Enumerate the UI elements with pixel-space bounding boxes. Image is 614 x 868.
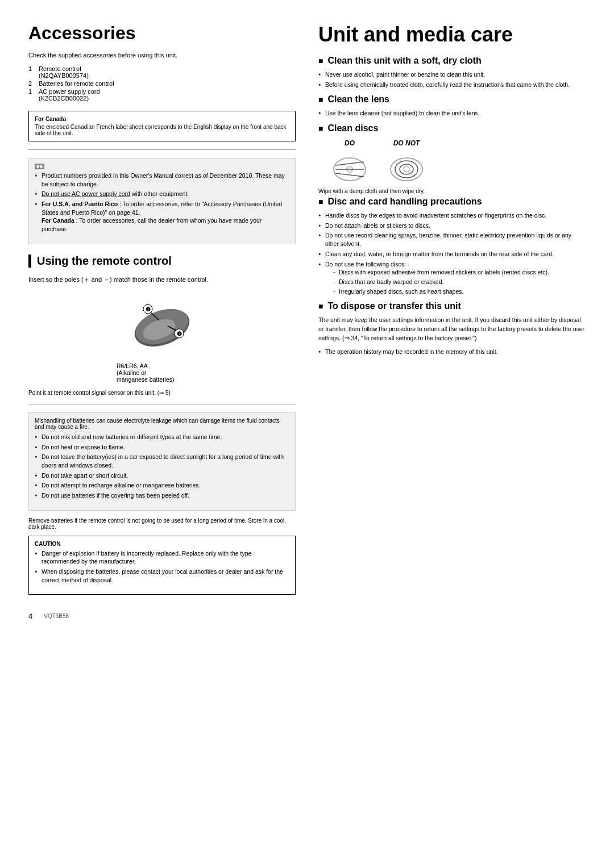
bullet-item: Use the lens cleaner (not supplied) to c… <box>318 109 586 118</box>
soft-cloth-heading: Clean this unit with a soft, dry cloth <box>318 56 586 66</box>
disc-sub-list: Discs with exposed adhesive from removed… <box>333 268 586 295</box>
item-num: 1 <box>28 88 35 102</box>
bullet-item: Never use alcohol, paint thinner or benz… <box>318 70 586 79</box>
remote-control-title: Using the remote control <box>37 254 296 268</box>
remove-batteries-text: Remove batteries if the remote control i… <box>28 518 296 530</box>
bullet-item: Do not use the following discs: Discs wi… <box>318 260 586 296</box>
note-bullets: Product numbers provided in this Owner's… <box>35 172 289 233</box>
model-number: VQT3B58 <box>44 613 69 619</box>
dispose-heading: To dispose or transfer this unit <box>318 301 586 311</box>
note-box-accessories: ■■ Product numbers provided in this Owne… <box>28 158 296 244</box>
indent-item: Discs with exposed adhesive from removed… <box>333 268 586 277</box>
accessories-list: 1 Remote control(N2QAYB000574) 2 Batteri… <box>28 65 296 102</box>
list-item: 2 Batteries for remote control <box>28 80 296 87</box>
caution-title: CAUTION <box>35 541 289 547</box>
svg-point-15 <box>404 166 409 172</box>
caution-box: CAUTION Danger of explosion if battery i… <box>28 536 296 595</box>
do-not-label: DO NOT <box>393 139 420 147</box>
battery-warning-list: Do not mix old and new batteries or diff… <box>35 433 289 500</box>
bullet-item: Do not use batteries if the covering has… <box>35 491 289 500</box>
list-item: 1 Remote control(N2QAYB000574) <box>28 65 296 79</box>
battery-warning-box: Mishandling of batteries can cause elect… <box>28 412 296 511</box>
battery-label: R6/LR6, AA (Alkaline or manganese batter… <box>117 362 208 383</box>
item-name: Remote control(N2QAYB000574) <box>39 65 89 79</box>
indent-item: Irregularly shaped discs, such as heart … <box>333 287 586 296</box>
bullet-item: Do not heat or expose to flame. <box>35 443 289 452</box>
bullet-item: Do not mix old and new batteries or diff… <box>35 433 289 441</box>
bullet-item: Do not leave the battery(ies) in a car e… <box>35 453 289 469</box>
battery-warning-intro: Mishandling of batteries can cause elect… <box>35 418 289 430</box>
caution-item: When disposing the batteries, please con… <box>35 567 289 584</box>
unit-media-care-title: Unit and media care <box>318 23 586 47</box>
remote-intro: Insert so the poles (＋ and －) match thos… <box>28 276 296 284</box>
canada-notice-text: The enclosed Canadian French label sheet… <box>35 124 289 136</box>
item-num: 2 <box>28 80 35 87</box>
clean-lens-heading: Clean the lens <box>318 94 586 105</box>
using-remote-section: Using the remote control <box>28 254 296 268</box>
point-text: Point it at remote control signal sensor… <box>28 390 296 396</box>
item-name: Batteries for remote control <box>39 80 114 87</box>
svg-point-16 <box>400 164 413 174</box>
remote-control-illustration: ❶ ❷ <box>117 291 208 359</box>
bullet-item: For U.S.A. and Puerto Rico : To order ac… <box>35 200 289 233</box>
canada-notice-box: For Canada The enclosed Canadian French … <box>28 111 296 141</box>
bullet-item: Before using chemically treated cloth, c… <box>318 81 586 89</box>
do-not-disc-illustration <box>387 149 426 183</box>
note-icon: ■■ <box>35 164 44 169</box>
svg-line-13 <box>335 173 364 177</box>
divider <box>28 149 296 150</box>
disc-handling-heading: Disc and card handling precautions <box>318 197 586 207</box>
svg-text:❶: ❶ <box>177 331 182 337</box>
disc-handling-bullets: Handle discs by the edges to avoid inadv… <box>318 211 586 295</box>
do-label: DO <box>345 139 355 147</box>
bullet-item: Handle discs by the edges to avoid inadv… <box>318 211 586 220</box>
wipe-text: Wipe with a damp cloth and then wipe dry… <box>318 188 586 194</box>
do-not-disc: DO NOT <box>387 139 426 183</box>
svg-text:❷: ❷ <box>146 306 151 312</box>
bullet-item: Do not use record cleaning sprays, benzi… <box>318 231 586 248</box>
soft-cloth-bullets: Never use alcohol, paint thinner or benz… <box>318 70 586 89</box>
page-footer: 4 VQT3B58 <box>28 612 586 620</box>
bullet-item: Do not attempt to recharge alkaline or m… <box>35 481 289 490</box>
bullet-item: Do not take apart or short circuit. <box>35 471 289 480</box>
item-name: AC power supply cord(K2CB2CB00022) <box>39 88 100 102</box>
bullet-item: The operation history may be recorded in… <box>318 348 586 356</box>
bullet-item: Do not attach labels or stickers to disc… <box>318 222 586 230</box>
divider-2 <box>28 404 296 404</box>
page-number: 4 <box>28 612 32 620</box>
accessories-intro: Check the supplied accessories before us… <box>28 52 296 59</box>
item-num: 1 <box>28 65 35 79</box>
list-item: 1 AC power supply cord(K2CB2CB00022) <box>28 88 296 102</box>
svg-point-17 <box>395 161 418 178</box>
right-column: Unit and media care Clean this unit with… <box>318 23 586 595</box>
remote-image-area: ❶ ❷ R6/LR6, AA (Alkaline or manganese ba… <box>28 291 296 383</box>
left-column: Accessories Check the supplied accessori… <box>28 23 296 595</box>
do-disc: DO <box>330 139 370 183</box>
bullet-item: Product numbers provided in this Owner's… <box>35 172 289 188</box>
clean-lens-bullets: Use the lens cleaner (not supplied) to c… <box>318 109 586 118</box>
page-layout: Accessories Check the supplied accessori… <box>28 23 586 595</box>
indent-item: Discs that are badly warped or cracked. <box>333 278 586 286</box>
bullet-item: Clean any dust, water, or foreign matter… <box>318 250 586 258</box>
accessories-title: Accessories <box>28 23 296 44</box>
canada-notice-title: For Canada <box>35 116 289 122</box>
clean-discs-heading: Clean discs <box>318 123 586 133</box>
caution-item: Danger of explosion if battery is incorr… <box>35 549 289 566</box>
disc-images-row: DO DO NOT <box>330 139 586 183</box>
caution-list: Danger of explosion if battery is incorr… <box>35 549 289 585</box>
dispose-para: The unit may keep the user settings info… <box>318 316 586 343</box>
do-disc-illustration <box>330 149 370 183</box>
bullet-item: Do not use AC power supply cord with oth… <box>35 190 289 198</box>
dispose-bullets: The operation history may be recorded in… <box>318 348 586 356</box>
svg-line-11 <box>335 162 364 165</box>
